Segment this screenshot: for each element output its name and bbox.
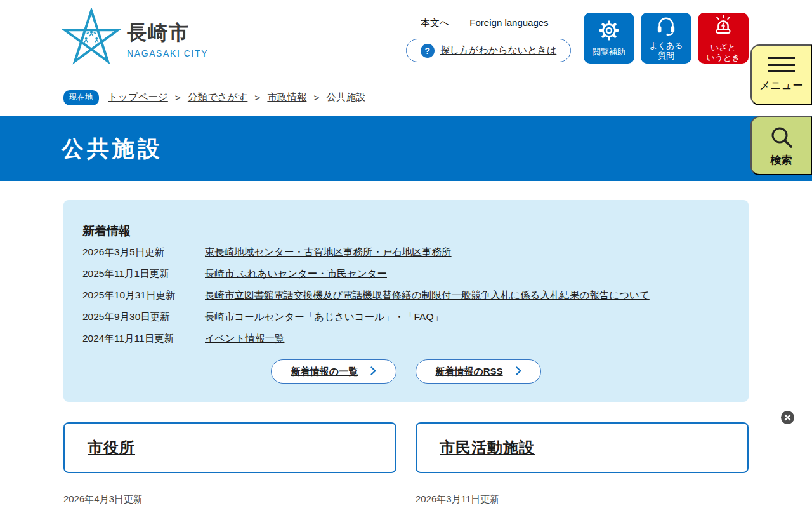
city-name-en: NAGASAKI CITY bbox=[127, 48, 208, 58]
logo-text: 長崎市 NAGASAKI CITY bbox=[127, 20, 208, 58]
site-logo[interactable]: 長崎市 NAGASAKI CITY bbox=[62, 8, 208, 69]
quick-buttons: 閲覧補助 よくある 質問 bbox=[584, 13, 749, 64]
news-link[interactable]: 東長崎地域センター・古賀地区事務所・戸石地区事務所 bbox=[205, 246, 452, 259]
breadcrumb-separator: > bbox=[175, 92, 181, 104]
breadcrumb-separator: > bbox=[254, 92, 260, 104]
faq-label: よくある 質問 bbox=[649, 41, 683, 62]
news-link[interactable]: イベント情報一覧 bbox=[205, 332, 284, 345]
news-date: 2025年10月31日更新 bbox=[82, 289, 205, 302]
page-banner: 公共施設 bbox=[0, 116, 812, 181]
chevron-right-icon bbox=[516, 366, 521, 377]
news-link[interactable]: 長崎市コールセンター「あじさいコール」・「FAQ」 bbox=[205, 311, 443, 324]
news-link[interactable]: 長崎市 ふれあいセンター・市民センター bbox=[205, 267, 387, 281]
city-name: 長崎市 bbox=[127, 20, 208, 46]
breadcrumb-category[interactable]: 分類でさがす bbox=[188, 91, 247, 104]
category-updated-date: 2026年3月11日更新 bbox=[416, 493, 499, 505]
menu-tab-label: メニュー bbox=[759, 78, 803, 93]
foreign-languages-link[interactable]: Foreign languages bbox=[469, 17, 548, 29]
news-panel: 新着情報 2026年3月5日更新 東長崎地域センター・古賀地区事務所・戸石地区事… bbox=[63, 200, 749, 402]
breadcrumb: 現在地 トップページ > 分類でさがす > 市政情報 > 公共施設 bbox=[0, 74, 812, 116]
search-icon bbox=[769, 124, 794, 152]
emergency-button[interactable]: いざと いうとき bbox=[698, 13, 749, 64]
gear-icon bbox=[598, 19, 620, 44]
news-buttons: 新着情報の一覧 新着情報のRSS bbox=[63, 359, 749, 384]
accessibility-label: 閲覧補助 bbox=[593, 47, 625, 57]
close-icon bbox=[781, 417, 794, 426]
news-item: 2025年11月1日更新 長崎市 ふれあいセンター・市民センター bbox=[82, 263, 730, 284]
skip-to-content-link[interactable]: 本文へ bbox=[421, 17, 449, 29]
siren-icon bbox=[710, 13, 736, 39]
headset-icon bbox=[654, 15, 678, 37]
news-list-button[interactable]: 新着情報の一覧 bbox=[271, 359, 396, 384]
site-header: 長崎市 NAGASAKI CITY 本文へ Foreign languages … bbox=[0, 0, 812, 74]
news-date: 2025年11月1日更新 bbox=[82, 267, 205, 281]
category-card-civic-facilities[interactable]: 市民活動施設 bbox=[416, 422, 749, 473]
news-rss-button[interactable]: 新着情報のRSS bbox=[416, 359, 541, 384]
close-button[interactable] bbox=[781, 411, 794, 424]
question-icon: ? bbox=[421, 44, 435, 58]
category-card-city-hall[interactable]: 市役所 bbox=[63, 422, 396, 473]
page-title: 公共施設 bbox=[62, 134, 163, 164]
news-list: 2026年3月5日更新 東長崎地域センター・古賀地区事務所・戸石地区事務所 20… bbox=[82, 241, 730, 349]
breadcrumb-separator: > bbox=[313, 92, 319, 104]
news-item: 2025年10月31日更新 長崎市立図書館電話交換機及び電話機取替修繕の制限付一… bbox=[82, 284, 730, 306]
menu-tab[interactable]: メニュー bbox=[750, 44, 812, 105]
news-item: 2025年9月30日更新 長崎市コールセンター「あじさいコール」・「FAQ」 bbox=[82, 306, 730, 328]
news-date: 2024年11月11日更新 bbox=[82, 332, 205, 345]
news-list-button-label: 新着情報の一覧 bbox=[291, 366, 358, 378]
search-help-button[interactable]: ? 探し方がわからないときは bbox=[406, 39, 571, 62]
news-heading: 新着情報 bbox=[82, 223, 131, 239]
news-date: 2025年9月30日更新 bbox=[82, 311, 205, 324]
current-location-badge: 現在地 bbox=[63, 90, 99, 105]
emergency-label: いざと いうとき bbox=[706, 43, 740, 64]
breadcrumb-home[interactable]: トップページ bbox=[108, 91, 168, 104]
news-item: 2024年11月11日更新 イベント情報一覧 bbox=[82, 328, 730, 349]
accessibility-button[interactable]: 閲覧補助 bbox=[584, 13, 634, 64]
search-help-label: 探し方がわからないときは bbox=[440, 44, 557, 57]
page: 長崎市 NAGASAKI CITY 本文へ Foreign languages … bbox=[0, 0, 812, 508]
search-tab-label: 検索 bbox=[771, 153, 792, 168]
news-date: 2026年3月5日更新 bbox=[82, 246, 205, 259]
breadcrumb-trail: トップページ > 分類でさがす > 市政情報 > 公共施設 bbox=[108, 91, 365, 104]
chevron-right-icon bbox=[370, 366, 376, 377]
search-tab[interactable]: 検索 bbox=[750, 116, 812, 175]
breadcrumb-current: 公共施設 bbox=[326, 91, 365, 104]
hamburger-icon bbox=[768, 57, 795, 73]
news-link[interactable]: 長崎市立図書館電話交換機及び電話機取替修繕の制限付一般競争入札に係る入札結果の報… bbox=[205, 289, 650, 302]
news-rss-button-label: 新着情報のRSS bbox=[435, 366, 502, 378]
faq-button[interactable]: よくある 質問 bbox=[641, 13, 691, 64]
breadcrumb-city-info[interactable]: 市政情報 bbox=[267, 91, 306, 104]
category-card-title: 市役所 bbox=[88, 438, 135, 458]
utility-links: 本文へ Foreign languages bbox=[421, 17, 549, 29]
category-updated-date: 2026年4月3日更新 bbox=[63, 493, 143, 505]
news-item: 2026年3月5日更新 東長崎地域センター・古賀地区事務所・戸石地区事務所 bbox=[82, 241, 730, 263]
city-star-icon bbox=[62, 8, 121, 69]
category-card-title: 市民活動施設 bbox=[440, 438, 535, 458]
